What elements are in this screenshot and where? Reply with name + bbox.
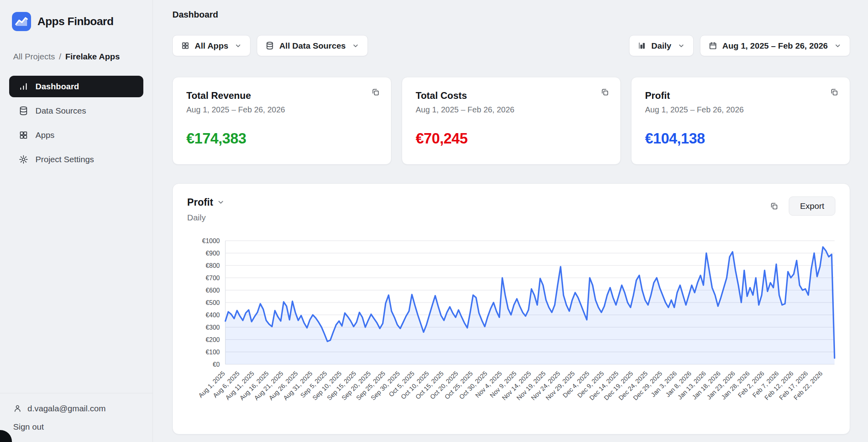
brand: Apps Finboard xyxy=(0,0,152,31)
svg-text:€400: €400 xyxy=(205,312,220,318)
right-filter-group: Daily Aug 1, 2025 – Feb 26, 2026 xyxy=(629,35,850,56)
sidebar-item-label: Data Sources xyxy=(35,106,86,116)
sidebar-footer: d.vagala@gmail.com Sign out xyxy=(0,393,152,442)
card-title: Profit xyxy=(645,90,836,101)
export-button[interactable]: Export xyxy=(789,196,835,216)
all-data-sources-filter-label: All Data Sources xyxy=(279,41,346,51)
stat-cards-row: Total Revenue Aug 1, 2025 – Feb 26, 2026… xyxy=(172,77,850,165)
date-range-filter[interactable]: Aug 1, 2025 – Feb 26, 2026 xyxy=(700,35,850,56)
svg-text:€0: €0 xyxy=(213,361,220,368)
card-date-range: Aug 1, 2025 – Feb 26, 2026 xyxy=(645,105,836,114)
chevron-down-icon xyxy=(217,198,225,206)
chevron-down-icon xyxy=(678,42,685,49)
profit-line-chart[interactable]: €0€100€200€300€400€500€600€700€800€900€1… xyxy=(187,234,836,418)
chart-header: Profit Daily Export xyxy=(187,196,835,222)
breadcrumb-current-project: Firelake Apps xyxy=(65,52,120,61)
svg-text:€600: €600 xyxy=(205,287,220,294)
svg-text:€700: €700 xyxy=(205,275,220,281)
card-title: Total Costs xyxy=(416,90,607,101)
main-content: Dashboard All Apps All Data Sources Dail… xyxy=(153,0,868,442)
user-email: d.vagala@gmail.com xyxy=(27,404,106,413)
page-title: Dashboard xyxy=(172,10,850,20)
column-chart-icon xyxy=(638,41,646,50)
granularity-filter-label: Daily xyxy=(651,41,671,51)
svg-text:€900: €900 xyxy=(205,250,220,257)
sidebar-item-project-settings[interactable]: Project Settings xyxy=(9,149,143,170)
copy-icon[interactable] xyxy=(369,86,381,98)
breadcrumb-all-projects[interactable]: All Projects xyxy=(13,52,55,61)
database-icon xyxy=(19,106,28,116)
sidebar-item-label: Dashboard xyxy=(35,82,79,91)
calendar-icon xyxy=(709,41,717,50)
total-revenue-card: Total Revenue Aug 1, 2025 – Feb 26, 2026… xyxy=(172,77,391,165)
total-costs-value: €70,245 xyxy=(416,130,607,147)
sidebar-item-dashboard[interactable]: Dashboard xyxy=(9,76,143,97)
person-icon xyxy=(13,404,22,413)
chevron-down-icon xyxy=(235,42,242,49)
chart-granularity-label: Daily xyxy=(187,213,225,222)
filter-bar: All Apps All Data Sources Daily xyxy=(172,35,850,56)
database-icon xyxy=(266,41,274,50)
card-date-range: Aug 1, 2025 – Feb 26, 2026 xyxy=(416,105,607,114)
all-data-sources-filter[interactable]: All Data Sources xyxy=(257,35,368,56)
chevron-down-icon xyxy=(834,42,841,49)
all-apps-filter-label: All Apps xyxy=(195,41,228,51)
chart-title: Profit xyxy=(187,196,213,208)
chevron-down-icon xyxy=(352,42,359,49)
breadcrumb: All Projects / Firelake Apps xyxy=(0,31,152,61)
app-logo-icon xyxy=(12,12,31,31)
copy-icon[interactable] xyxy=(768,200,780,212)
svg-text:€800: €800 xyxy=(205,262,220,269)
svg-text:€300: €300 xyxy=(205,324,220,331)
brand-name: Apps Finboard xyxy=(37,15,113,28)
sidebar-item-label: Apps xyxy=(35,130,55,140)
sidebar-item-data-sources[interactable]: Data Sources xyxy=(9,100,143,122)
total-revenue-value: €174,383 xyxy=(186,130,377,147)
all-apps-filter[interactable]: All Apps xyxy=(172,35,250,56)
copy-icon[interactable] xyxy=(828,86,840,98)
card-date-range: Aug 1, 2025 – Feb 26, 2026 xyxy=(186,105,377,114)
copy-icon[interactable] xyxy=(599,86,611,98)
bar-chart-icon xyxy=(19,82,28,91)
sidebar-nav: Dashboard Data Sources Apps xyxy=(9,76,143,170)
profit-value: €104,138 xyxy=(645,130,836,147)
chart-metric-dropdown[interactable]: Profit Daily xyxy=(187,196,225,222)
sign-out-button[interactable]: Sign out xyxy=(13,422,152,432)
sidebar-item-apps[interactable]: Apps xyxy=(9,124,143,146)
svg-text:€1000: €1000 xyxy=(202,238,220,244)
breadcrumb-separator: / xyxy=(59,52,61,61)
grid-icon xyxy=(19,130,28,140)
profit-card: Profit Aug 1, 2025 – Feb 26, 2026 €104,1… xyxy=(631,77,850,165)
profit-chart-card: Profit Daily Export €0€100€200€300€400€5… xyxy=(172,183,850,434)
svg-text:€200: €200 xyxy=(205,336,220,343)
chart-actions: Export xyxy=(768,196,835,216)
svg-text:€100: €100 xyxy=(205,349,220,356)
sidebar-item-label: Project Settings xyxy=(35,155,94,164)
gear-icon xyxy=(19,155,28,164)
total-costs-card: Total Costs Aug 1, 2025 – Feb 26, 2026 €… xyxy=(402,77,621,165)
grid-icon xyxy=(181,41,190,50)
svg-text:€500: €500 xyxy=(205,299,220,306)
card-title: Total Revenue xyxy=(186,90,377,101)
granularity-filter[interactable]: Daily xyxy=(629,35,694,56)
user-account-row: d.vagala@gmail.com xyxy=(13,404,152,413)
date-range-filter-label: Aug 1, 2025 – Feb 26, 2026 xyxy=(722,41,828,51)
sidebar: Apps Finboard All Projects / Firelake Ap… xyxy=(0,0,153,442)
